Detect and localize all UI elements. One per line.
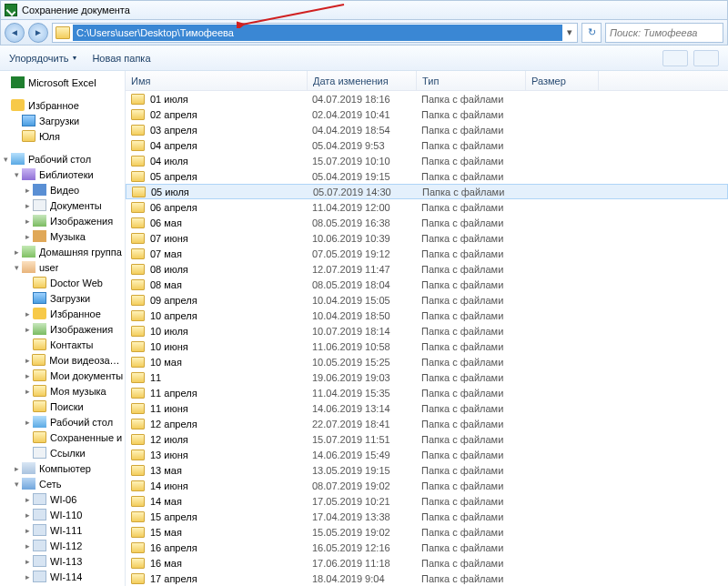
file-row[interactable]: 12 июля15.07.2019 11:51Папка с файлами	[126, 431, 728, 447]
tree-item[interactable]: ▾Библиотеки	[0, 167, 125, 182]
expand-icon[interactable]: ▾	[13, 480, 21, 489]
col-size[interactable]: Размер	[526, 71, 599, 90]
tree-item[interactable]: ▸Компьютер	[0, 460, 125, 476]
tree-item[interactable]: ▾user	[0, 259, 125, 275]
column-headers[interactable]: Имя Дата изменения Тип Размер	[126, 71, 728, 91]
file-row[interactable]: 15 апреля17.04.2019 13:38Папка с файлами	[126, 509, 728, 524]
tree-item[interactable]: Избранное	[0, 97, 125, 113]
expand-icon[interactable]: ▸	[24, 201, 32, 210]
refresh-button[interactable]: ↻	[581, 23, 602, 43]
tree-item[interactable]: ▸Моя музыка	[0, 383, 125, 399]
expand-icon[interactable]: ▸	[24, 371, 32, 380]
tree-item[interactable]: ▸WI-110	[0, 507, 125, 522]
file-row[interactable]: 15 мая15.05.2019 19:02Папка с файлами	[126, 524, 728, 540]
address-dropdown-icon[interactable]: ▾	[562, 26, 577, 38]
file-row[interactable]: 11 апреля11.04.2019 15:35Папка с файлами	[126, 385, 728, 400]
file-row[interactable]: 01 июля04.07.2019 18:16Папка с файлами	[126, 91, 728, 106]
address-bar[interactable]: C:\Users\user\Desktop\Тимофеева ▾	[52, 23, 578, 43]
tree-item[interactable]: ▸Мои документы	[0, 368, 125, 383]
file-row[interactable]: 10 мая10.05.2019 15:25Папка с файлами	[126, 354, 728, 369]
file-row[interactable]: 03 апреля04.04.2019 18:54Папка с файлами	[126, 122, 728, 137]
expand-icon[interactable]: ▸	[13, 248, 21, 257]
tree-item[interactable]: Ссылки	[0, 445, 125, 460]
file-row[interactable]: 05 июля05.07.2019 14:30Папка с файлами	[126, 184, 728, 199]
file-row[interactable]: 06 мая08.05.2019 16:38Папка с файлами	[126, 215, 728, 230]
tree-item[interactable]: ▸Избранное	[0, 306, 125, 321]
tree-item[interactable]: ▸WI-114	[0, 569, 125, 584]
expand-icon[interactable]: ▾	[13, 263, 21, 272]
view-options-button[interactable]	[662, 50, 688, 66]
col-date[interactable]: Дата изменения	[308, 71, 417, 90]
tree-item[interactable]: ▸Рабочий стол	[0, 414, 125, 429]
col-name[interactable]: Имя	[126, 71, 308, 90]
expand-icon[interactable]: ▾	[13, 170, 21, 179]
expand-icon[interactable]: ▸	[24, 309, 32, 318]
file-row[interactable]: 04 июля15.07.2019 10:10Папка с файлами	[126, 153, 728, 168]
file-row[interactable]: 09 апреля10.04.2019 15:05Папка с файлами	[126, 292, 728, 308]
tree-item[interactable]: Загрузки	[0, 290, 125, 306]
expand-icon[interactable]: ▸	[13, 464, 21, 473]
tree-item[interactable]: ▸Документы	[0, 197, 125, 213]
expand-icon[interactable]: ▸	[24, 325, 32, 334]
file-row[interactable]: 1119.06.2019 19:03Папка с файлами	[126, 369, 728, 385]
file-row[interactable]: 08 мая08.05.2019 18:04Папка с файлами	[126, 277, 728, 292]
file-row[interactable]: 02 апреля02.04.2019 10:41Папка с файлами	[126, 106, 728, 122]
file-row[interactable]: 11 июня14.06.2019 13:14Папка с файлами	[126, 400, 728, 416]
forward-button[interactable]: ►	[28, 23, 48, 43]
tree-item[interactable]: Контакты	[0, 337, 125, 352]
tree-item[interactable]: ▸Домашняя группа	[0, 244, 125, 259]
expand-icon[interactable]: ▸	[24, 557, 32, 566]
file-row[interactable]: 08 июля12.07.2019 11:47Папка с файлами	[126, 261, 728, 277]
tree-item[interactable]: ▸Мои видеозаписи	[0, 352, 125, 368]
tree-item[interactable]: Doctor Web	[0, 275, 125, 290]
new-folder-button[interactable]: Новая папка	[92, 53, 150, 64]
expand-icon[interactable]: ▸	[24, 356, 31, 365]
file-row[interactable]: 16 мая17.06.2019 11:18Папка с файлами	[126, 555, 728, 571]
file-row[interactable]: 06 апреля11.04.2019 12:00Папка с файлами	[126, 199, 728, 215]
file-row[interactable]: 13 мая13.05.2019 19:15Папка с файлами	[126, 462, 728, 478]
search-input[interactable]: Поиск: Тимофеева	[605, 23, 723, 43]
tree-item[interactable]: ▸WI-113	[0, 553, 125, 569]
file-list[interactable]: 01 июля04.07.2019 18:16Папка с файлами02…	[126, 91, 728, 586]
back-button[interactable]: ◄	[5, 23, 25, 43]
file-row[interactable]: 17 апреля18.04.2019 9:04Папка с файлами	[126, 571, 728, 586]
navigation-pane[interactable]: Microsoft ExcelИзбранноеЗагрузкиЮля▾Рабо…	[0, 71, 126, 586]
file-row[interactable]: 10 апреля10.04.2019 18:50Папка с файлами	[126, 308, 728, 323]
file-row[interactable]: 05 апреля05.04.2019 19:15Папка с файлами	[126, 168, 728, 184]
file-row[interactable]: 14 июня08.07.2019 19:02Папка с файлами	[126, 478, 728, 493]
tree-item[interactable]: ▸WI-111	[0, 522, 125, 538]
tree-item[interactable]: Поиски	[0, 399, 125, 414]
tree-item[interactable]: Загрузки	[0, 113, 125, 128]
expand-icon[interactable]: ▸	[24, 387, 32, 396]
file-row[interactable]: 04 апреля05.04.2019 9:53Папка с файлами	[126, 137, 728, 153]
tree-item[interactable]: Юля	[0, 128, 125, 144]
expand-icon[interactable]: ▸	[24, 541, 32, 551]
tree-item[interactable]: ▸WI-06	[0, 491, 125, 507]
tree-item[interactable]: ▸Видео	[0, 182, 125, 197]
expand-icon[interactable]: ▸	[24, 232, 32, 241]
tree-item[interactable]: ▸WI-112	[0, 538, 125, 553]
tree-item[interactable]: ▾Рабочий стол	[0, 151, 125, 167]
help-button[interactable]	[693, 50, 719, 66]
expand-icon[interactable]: ▸	[24, 186, 32, 195]
expand-icon[interactable]: ▾	[2, 155, 10, 164]
file-row[interactable]: 16 апреля16.05.2019 12:16Папка с файлами	[126, 540, 728, 555]
file-row[interactable]: 10 июля10.07.2019 18:14Папка с файлами	[126, 323, 728, 338]
col-type[interactable]: Тип	[417, 71, 526, 90]
tree-item[interactable]: ▸Музыка	[0, 228, 125, 244]
address-path[interactable]: C:\Users\user\Desktop\Тимофеева	[73, 25, 562, 41]
expand-icon[interactable]: ▸	[24, 217, 32, 226]
expand-icon[interactable]: ▸	[24, 510, 32, 520]
file-row[interactable]: 13 июня14.06.2019 15:49Папка с файлами	[126, 447, 728, 462]
expand-icon[interactable]: ▸	[24, 572, 32, 581]
expand-icon[interactable]: ▸	[24, 495, 32, 504]
file-row[interactable]: 14 мая17.05.2019 10:21Папка с файлами	[126, 493, 728, 509]
tree-item[interactable]: ▸Изображения	[0, 321, 125, 337]
file-row[interactable]: 10 июня11.06.2019 10:58Папка с файлами	[126, 338, 728, 354]
file-row[interactable]: 07 июня10.06.2019 10:39Папка с файлами	[126, 230, 728, 246]
expand-icon[interactable]: ▸	[24, 418, 32, 427]
tree-item[interactable]: Microsoft Excel	[0, 75, 125, 90]
tree-item[interactable]: ▸Изображения	[0, 213, 125, 228]
organize-menu[interactable]: Упорядочить▼	[9, 53, 77, 64]
tree-item[interactable]: ▾Сеть	[0, 476, 125, 491]
